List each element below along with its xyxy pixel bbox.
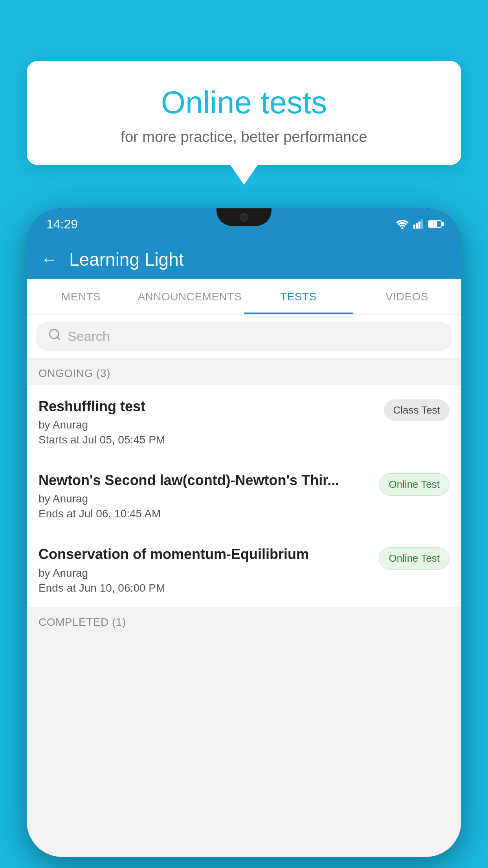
test-time: Starts at Jul 05, 05:45 PM [39, 434, 376, 446]
tab-videos[interactable]: VIDEOS [353, 279, 462, 314]
search-placeholder: Search [68, 329, 110, 344]
phone-frame: 14:29 ← Learning Light [27, 208, 461, 857]
test-badge: Class Test [384, 399, 449, 421]
search-icon [48, 328, 61, 345]
svg-rect-3 [418, 222, 420, 229]
camera [240, 213, 248, 222]
test-info: Reshuffling test by Anurag Starts at Jul… [39, 398, 384, 446]
list-item[interactable]: Reshuffling test by Anurag Starts at Jul… [27, 385, 461, 459]
tab-tests[interactable]: TESTS [244, 279, 353, 314]
svg-point-0 [401, 227, 403, 229]
test-author: by Anurag [39, 419, 376, 431]
signal-icon [413, 219, 424, 229]
test-author: by Anurag [39, 493, 371, 505]
back-button[interactable]: ← [41, 250, 57, 269]
phone-screen: Search ONGOING (3) Reshuffling test by A… [27, 314, 461, 857]
test-name: Conservation of momentum-Equilibrium [39, 546, 371, 563]
test-badge: Online Test [379, 547, 449, 570]
clock: 14:29 [46, 217, 78, 232]
tab-announcements[interactable]: ANNOUNCEMENTS [136, 279, 244, 314]
list-item[interactable]: Newton's Second law(contd)-Newton's Thir… [27, 459, 461, 533]
battery-icon [428, 220, 442, 228]
status-bar: 14:29 [27, 208, 461, 240]
notch [216, 208, 272, 226]
test-info: Conservation of momentum-Equilibrium by … [39, 546, 379, 594]
test-author: by Anurag [39, 567, 371, 579]
ongoing-section-header: ONGOING (3) [27, 359, 461, 385]
tab-ments[interactable]: MENTS [27, 279, 136, 314]
test-info: Newton's Second law(contd)-Newton's Thir… [39, 472, 379, 520]
test-name: Newton's Second law(contd)-Newton's Thir… [39, 472, 371, 489]
test-time: Ends at Jun 10, 06:00 PM [39, 582, 371, 594]
completed-section-header: COMPLETED (1) [27, 607, 461, 634]
app-title: Learning Light [69, 249, 184, 270]
speech-bubble: Online tests for more practice, better p… [27, 61, 461, 165]
svg-rect-4 [421, 219, 423, 228]
test-name: Reshuffling test [39, 398, 376, 415]
tab-bar: MENTS ANNOUNCEMENTS TESTS VIDEOS [27, 279, 461, 314]
search-container: Search [27, 314, 461, 359]
test-badge: Online Test [379, 473, 449, 496]
bubble-title: Online tests [46, 85, 442, 121]
svg-point-5 [50, 329, 59, 338]
test-list: Reshuffling test by Anurag Starts at Jul… [27, 385, 461, 607]
svg-line-6 [57, 337, 60, 340]
svg-rect-1 [413, 224, 415, 228]
bubble-subtitle: for more practice, better performance [46, 129, 442, 145]
test-time: Ends at Jul 06, 10:45 AM [39, 508, 371, 520]
status-icons [396, 219, 442, 229]
wifi-icon [396, 219, 409, 229]
app-header: ← Learning Light [27, 240, 461, 279]
search-bar[interactable]: Search [36, 322, 452, 351]
svg-rect-2 [416, 223, 418, 228]
list-item[interactable]: Conservation of momentum-Equilibrium by … [27, 533, 461, 607]
